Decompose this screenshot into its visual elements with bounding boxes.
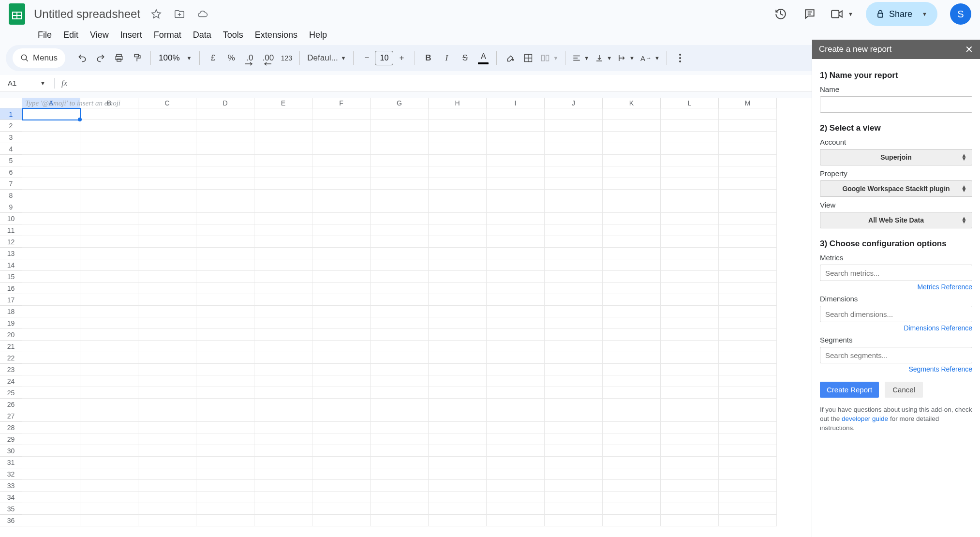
cell[interactable] (371, 108, 429, 120)
cell[interactable] (254, 120, 312, 132)
cell[interactable] (371, 178, 429, 190)
cell[interactable] (719, 190, 777, 201)
cell[interactable] (603, 399, 661, 410)
row-header[interactable]: 33 (0, 480, 22, 492)
cell[interactable] (661, 503, 719, 515)
cell[interactable] (603, 248, 661, 259)
cell[interactable] (254, 410, 312, 422)
segments-reference-link[interactable]: Segments Reference (820, 365, 972, 373)
cell[interactable] (719, 492, 777, 503)
cell[interactable] (196, 515, 254, 526)
cell[interactable] (138, 329, 196, 341)
cell[interactable] (196, 283, 254, 294)
cell[interactable] (429, 364, 487, 375)
currency-button[interactable]: £ (205, 49, 221, 67)
cell[interactable] (254, 329, 312, 341)
cell[interactable] (661, 410, 719, 422)
cell[interactable] (371, 445, 429, 457)
row-header[interactable]: 20 (0, 329, 22, 341)
cell[interactable] (312, 283, 371, 294)
cell[interactable] (429, 317, 487, 329)
cell[interactable] (80, 480, 138, 492)
cell[interactable] (138, 213, 196, 224)
cell[interactable] (661, 306, 719, 317)
cell[interactable] (603, 143, 661, 155)
text-rotation-button[interactable]: A→▼ (638, 49, 662, 67)
cell[interactable] (545, 132, 603, 143)
cell[interactable] (80, 317, 138, 329)
cell[interactable] (371, 410, 429, 422)
cell[interactable] (603, 283, 661, 294)
cell[interactable] (80, 457, 138, 468)
cell[interactable] (603, 178, 661, 190)
cell[interactable] (138, 375, 196, 387)
cell[interactable] (545, 108, 603, 120)
cell[interactable] (719, 132, 777, 143)
cell[interactable] (487, 306, 545, 317)
cell[interactable] (371, 190, 429, 201)
cell[interactable] (371, 224, 429, 236)
column-header[interactable]: G (371, 98, 429, 108)
name-box[interactable]: A1 ▼ (3, 76, 50, 90)
cell[interactable] (196, 236, 254, 248)
cell[interactable] (196, 166, 254, 178)
cell[interactable] (254, 399, 312, 410)
row-header[interactable]: 30 (0, 445, 22, 457)
menu-format[interactable]: Format (148, 28, 187, 42)
cell[interactable] (371, 387, 429, 399)
cell[interactable] (196, 399, 254, 410)
metrics-search-input[interactable] (820, 265, 972, 281)
cell[interactable] (22, 492, 80, 503)
row-header[interactable]: 15 (0, 271, 22, 283)
cell[interactable] (603, 317, 661, 329)
cell[interactable] (312, 329, 371, 341)
cell[interactable] (312, 352, 371, 364)
row-header[interactable]: 10 (0, 213, 22, 224)
cell[interactable] (22, 410, 80, 422)
cell[interactable] (138, 271, 196, 283)
cell[interactable] (429, 143, 487, 155)
cell[interactable] (80, 213, 138, 224)
cell[interactable] (487, 492, 545, 503)
cell[interactable] (138, 352, 196, 364)
column-header[interactable]: J (545, 98, 603, 108)
cell[interactable] (719, 236, 777, 248)
cell[interactable] (545, 387, 603, 399)
cell[interactable] (545, 317, 603, 329)
cell[interactable] (312, 271, 371, 283)
cell[interactable] (661, 224, 719, 236)
cell[interactable] (429, 120, 487, 132)
cell[interactable] (138, 457, 196, 468)
cell[interactable] (719, 155, 777, 166)
cell[interactable] (312, 108, 371, 120)
cell[interactable] (196, 155, 254, 166)
cell[interactable] (196, 352, 254, 364)
cell[interactable] (196, 433, 254, 445)
cell[interactable] (429, 399, 487, 410)
menu-extensions[interactable]: Extensions (249, 28, 303, 42)
horizontal-align-button[interactable]: ▼ (570, 49, 591, 67)
cell[interactable] (138, 410, 196, 422)
cell[interactable] (138, 259, 196, 271)
cell[interactable] (429, 329, 487, 341)
cell[interactable] (429, 306, 487, 317)
cell[interactable] (487, 213, 545, 224)
cell[interactable] (661, 468, 719, 480)
cell[interactable] (196, 480, 254, 492)
cell[interactable] (661, 166, 719, 178)
cell[interactable] (80, 294, 138, 306)
cell[interactable] (719, 271, 777, 283)
cell[interactable] (661, 155, 719, 166)
cell[interactable] (254, 213, 312, 224)
row-header[interactable]: 29 (0, 433, 22, 445)
history-icon[interactable] (772, 6, 789, 22)
cell[interactable] (254, 480, 312, 492)
cell[interactable] (603, 132, 661, 143)
search-menus-button[interactable]: Menus (13, 48, 65, 68)
cell[interactable] (80, 468, 138, 480)
cell[interactable] (487, 155, 545, 166)
cell[interactable] (22, 271, 80, 283)
cell[interactable] (371, 143, 429, 155)
cell[interactable] (138, 236, 196, 248)
cell[interactable] (371, 352, 429, 364)
